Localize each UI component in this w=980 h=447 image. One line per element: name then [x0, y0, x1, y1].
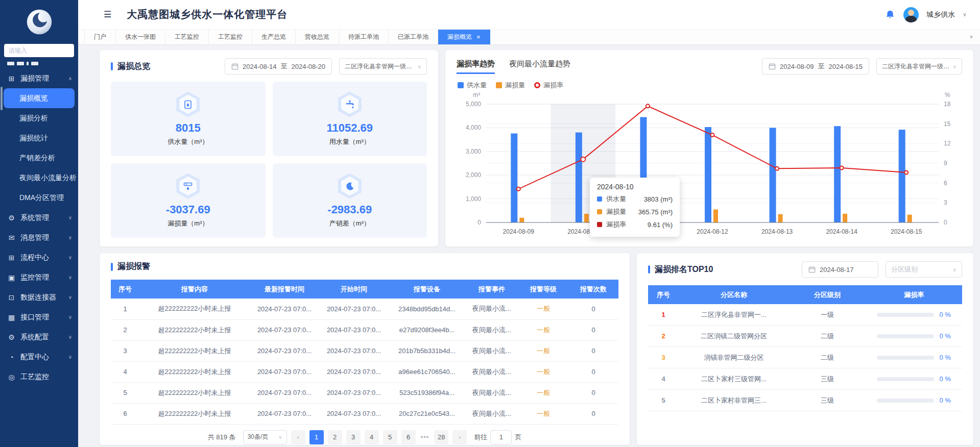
table-row[interactable]: 1二区淳化县非管网一...一级0 %: [648, 304, 962, 326]
menu-fold-icon[interactable]: ☰: [104, 9, 111, 20]
goto-page-input[interactable]: [490, 430, 512, 444]
app-logo: [0, 0, 78, 44]
notification-bell-icon[interactable]: [885, 9, 896, 20]
sidebar-item[interactable]: 漏损概览: [4, 88, 75, 108]
stat-label: 漏损量（m³）: [168, 219, 208, 228]
next-page-button[interactable]: ›: [452, 430, 467, 444]
tab-item[interactable]: 漏损概览×: [438, 30, 490, 44]
tab-item[interactable]: 生产总览: [252, 30, 296, 44]
table-row[interactable]: 5超222222222小时未上报2024-07-23 07:0...2024-0…: [111, 382, 618, 403]
connector-icon: ⊡: [7, 293, 16, 302]
stat-card: -3037.69漏损量（m³）: [111, 163, 266, 238]
sidebar-item[interactable]: 夜间最小流量分析: [0, 168, 78, 188]
alarm-cell-device: 523c519386f94a...: [389, 382, 465, 403]
page-button[interactable]: 3: [346, 430, 361, 444]
alarm-cell-no: 4: [111, 361, 139, 382]
trend-tab[interactable]: 夜间最小流量趋势: [509, 59, 570, 74]
stat-label: 产销差（m³）: [329, 219, 370, 228]
page-button[interactable]: 28: [434, 430, 448, 444]
sidebar-menu: ⊞漏损管理∧漏损概览漏损分析漏损统计产销差分析夜间最小流量分析DMA分区管理⚙系…: [0, 66, 78, 447]
overview-region-select[interactable]: 二区淳化县非管网一级分区 ∨: [339, 58, 427, 74]
page-button[interactable]: 5: [383, 430, 397, 444]
sidebar-group[interactable]: ⊡数据连接器∨: [0, 287, 78, 307]
pagination-ellipsis[interactable]: •••: [420, 433, 431, 441]
rate-value: 0 %: [939, 311, 950, 318]
sidebar-group[interactable]: ◔配置中心∨: [0, 347, 78, 367]
trend-chart[interactable]: m³%01,0002,0003,0004,0005,00003691215182…: [457, 91, 962, 240]
table-row[interactable]: 4二区卜家村三级管网...三级0 %: [648, 368, 962, 390]
sidebar-group[interactable]: ⊞流程中心∨: [0, 247, 78, 267]
page-button[interactable]: 4: [365, 430, 379, 444]
rate-progress-bar: [877, 313, 934, 317]
rank-number: 1: [648, 304, 679, 326]
trend-region-select[interactable]: 二区淳化县非管网一级分区 ∨: [876, 58, 962, 74]
table-row[interactable]: 2二区润镇二级管网分区二级0 %: [648, 326, 962, 347]
page-button[interactable]: 6: [401, 430, 416, 444]
table-row[interactable]: 5二区卜家村非管网三...三级0 %: [648, 390, 962, 411]
tab-item[interactable]: 供水一张图: [116, 30, 165, 44]
rank-rate-cell: 0 %: [866, 368, 962, 390]
chevron-down-icon: ∨: [68, 275, 72, 280]
table-row[interactable]: 3润镇非管网二级分区二级0 %: [648, 347, 962, 368]
legend-item[interactable]: 供水量: [458, 81, 487, 90]
leakage-alarm-panel: 漏损报警 序号报警内容最新报警时间开始时间报警设备报警事件报警等级报警次数 1超…: [100, 253, 630, 445]
legend-item[interactable]: 漏损率: [534, 81, 563, 90]
rate-value: 0 %: [939, 375, 950, 383]
user-name[interactable]: 城乡供水: [926, 10, 955, 19]
sidebar-group[interactable]: ▣监控管理∨: [0, 267, 78, 287]
user-chevron-down-icon[interactable]: ∨: [963, 11, 967, 18]
user-avatar[interactable]: [903, 7, 919, 22]
overview-date-range-picker[interactable]: 2024-08-14 至 2024-08-20: [225, 58, 332, 74]
tooltip-series-marker: [597, 196, 602, 202]
pagination-total: 共 819 条: [208, 433, 236, 442]
sidebar-item[interactable]: 产销差分析: [0, 148, 78, 168]
pagination-goto: 前往页: [474, 430, 521, 444]
trend-date-range-picker[interactable]: 2024-08-09 至 2024-08-15: [762, 58, 869, 74]
table-row[interactable]: 3超222222222小时未上报2024-07-23 07:0...2024-0…: [111, 340, 618, 361]
sidebar-group-label: 消息管理: [20, 233, 49, 242]
page-button[interactable]: 2: [328, 430, 342, 444]
table-row[interactable]: 6超222222222小时未上报2024-07-23 07:0...2024-0…: [111, 403, 618, 424]
sidebar-group[interactable]: ⊞漏损管理∧: [0, 68, 78, 88]
tabs-overflow-icon[interactable]: ▼: [969, 30, 974, 44]
table-row[interactable]: 2超222222222小时未上报2024-07-23 07:0...2024-0…: [111, 319, 618, 340]
moon-icon: [338, 173, 362, 199]
sidebar-search-input[interactable]: [4, 44, 74, 57]
sidebar-item[interactable]: DMA分区管理: [0, 188, 78, 208]
rank-zone-name: 润镇非管网二级分区: [679, 347, 789, 368]
tab-item[interactable]: 已派工单池: [389, 30, 438, 44]
rank-level-select[interactable]: 分区级别 ∨: [886, 261, 962, 278]
sidebar-group[interactable]: ⚙系统管理∨: [0, 208, 78, 228]
page-button[interactable]: 1: [309, 430, 324, 444]
tab-close-icon[interactable]: ×: [476, 34, 481, 40]
rank-number: 4: [648, 368, 679, 390]
sidebar-group-label: 数据连接器: [20, 293, 56, 302]
chevron-down-icon: ∨: [68, 215, 72, 220]
sidebar-item[interactable]: 漏损分析: [0, 108, 78, 128]
tab-item[interactable]: 营收总览: [296, 30, 339, 44]
sidebar-group-label: 工艺监控: [20, 373, 49, 382]
alarm-column-header: 报警等级: [518, 280, 568, 299]
sidebar-group[interactable]: ◎工艺监控: [0, 367, 78, 387]
alarm-cell-level: 一般: [518, 361, 568, 382]
sidebar-group[interactable]: ▦接口管理∨: [0, 307, 78, 327]
sidebar-group[interactable]: ⚙系统配置∨: [0, 327, 78, 347]
tab-item[interactable]: 工艺监控: [209, 30, 252, 44]
table-row[interactable]: 1超222222222小时未上报2024-07-23 07:0...2024-0…: [111, 299, 618, 319]
sidebar-item[interactable]: 漏损统计: [0, 128, 78, 148]
tab-item[interactable]: 待派工单池: [339, 30, 389, 44]
page-size-select[interactable]: 30条/页∨: [243, 430, 287, 444]
alarm-cell-level: 一般: [518, 403, 568, 424]
trend-tab[interactable]: 漏损率趋势: [457, 59, 495, 74]
sidebar-group-label: 监控管理: [20, 273, 49, 282]
tab-item[interactable]: 工艺监控: [165, 30, 209, 44]
gear-solid-icon: ⚙: [7, 333, 16, 341]
sidebar-scrollbar-thumb[interactable]: [1, 87, 3, 110]
tab-item[interactable]: 门户: [84, 30, 116, 44]
sidebar-group[interactable]: ✉消息管理∨: [0, 228, 78, 247]
legend-item[interactable]: 漏损量: [496, 81, 525, 90]
overview-panel-head: 漏损总览 2024-08-14 至 2024-08-20 二区淳化县非管网一级分…: [111, 58, 427, 74]
rank-date-picker[interactable]: 2024-08-17: [802, 261, 878, 278]
table-row[interactable]: 4超222222222小时未上报2024-07-23 07:0...2024-0…: [111, 361, 618, 382]
prev-page-button[interactable]: ‹: [291, 430, 305, 444]
